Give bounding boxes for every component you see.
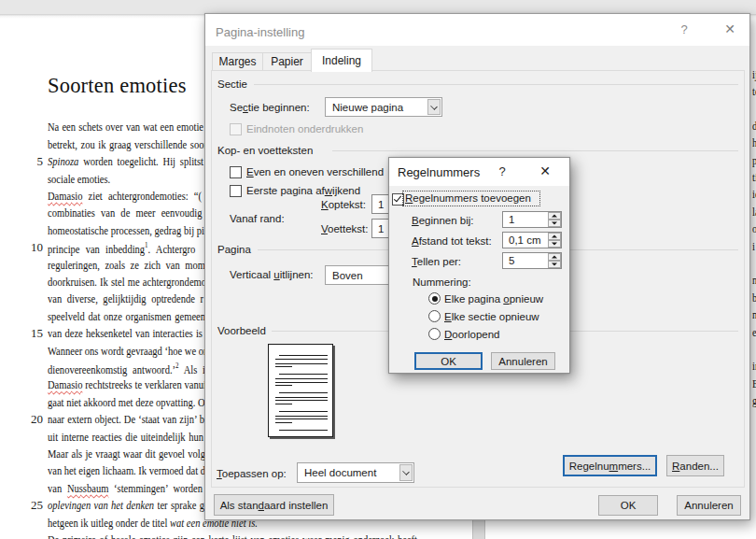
sliver-line: ti (752, 170, 756, 185)
combo-dropdown-button[interactable] (399, 464, 413, 481)
tab-indeling[interactable]: Indeling (311, 49, 372, 72)
sliver-line: la (752, 205, 756, 220)
sliver-line: in (752, 359, 756, 374)
document-line: De primaire of basale emoties zijn een k… (48, 532, 449, 539)
button-label: OK (599, 500, 657, 511)
toepassen-op-select[interactable]: Heel document (297, 462, 414, 483)
doorlopend-radio[interactable] (428, 328, 441, 340)
sectie-beginnen-select[interactable]: Nieuwe pagina (325, 97, 442, 117)
combo-dropdown-button[interactable] (427, 99, 441, 115)
line-text: van Nussbaum ‘stemmingen’ worden (48, 481, 203, 496)
annuleren-button[interactable]: Annuleren (491, 352, 555, 370)
preview-text-line (279, 411, 328, 412)
line-text: principe van inbedding1. Achtergro (48, 240, 195, 257)
line-text: oplevingen van het denken ter sprake g (48, 498, 204, 513)
spin-down-button[interactable] (548, 240, 561, 248)
ok-button[interactable]: OK (414, 352, 483, 370)
text-segment: Na een schets over van wat een emotie (48, 120, 203, 134)
button-label: Annuleren (492, 356, 554, 367)
eerste-pagina-checkbox[interactable] (230, 185, 242, 197)
verticaal-uitlijnen-label: Verticaal uitlijnen: (230, 269, 314, 280)
close-icon[interactable]: ✕ (714, 21, 746, 36)
page-setup-title: Pagina-instelling (216, 25, 304, 39)
document-line: sociale emoties. (48, 172, 128, 187)
voettekst-label: Voettekst: (321, 223, 369, 234)
text-segment: rechtstreeks te verklaren vanui (82, 377, 206, 391)
spin-up-button[interactable] (548, 212, 561, 220)
randen-button[interactable]: Randen... (666, 455, 724, 476)
even-oneven-label[interactable]: Even en oneven verschillend (246, 166, 384, 177)
preview-text-line (275, 416, 328, 417)
group-sectie-line (254, 84, 738, 85)
line-text: De primaire of basale emoties zijn een k… (48, 532, 417, 539)
annuleren-button[interactable]: Annuleren (677, 495, 741, 516)
button-label: Randen... (667, 461, 723, 472)
close-icon[interactable]: ✕ (531, 163, 559, 178)
nummering-label: Nummering: (413, 277, 471, 288)
tab-marges[interactable]: Marges (212, 52, 263, 71)
button-label: Annuleren (678, 500, 740, 511)
spin-value: 1 (509, 214, 514, 225)
line-text: speelveld dat onze organismen gemeen (48, 309, 205, 324)
line-text: Spinoza worden toegelicht. Hij splitst (48, 154, 203, 169)
eerste-pagina-label[interactable]: Eerste pagina afwijkend (246, 185, 360, 196)
line-text: Maar als je vraagt waar dit gevoel volg (48, 447, 205, 461)
doorlopend-label[interactable]: Doorlopend (444, 329, 499, 340)
preview-text-line (275, 366, 292, 367)
help-icon[interactable]: ? (670, 22, 698, 36)
preview-text-line (275, 385, 292, 386)
text-segment: worden toegelicht. Hij splitst (78, 154, 203, 168)
button-label: Regelnummers... (565, 461, 655, 472)
preview-text-line (275, 382, 328, 383)
group-kop-voet-line (332, 150, 738, 151)
text-segment: van deze heksenketel van interacties is (48, 326, 203, 340)
help-icon[interactable]: ? (492, 164, 512, 178)
text-segment: sociale emoties. (48, 172, 110, 186)
line-text: Damasio ziet achtergrondemoties: “( (48, 189, 202, 204)
even-oneven-checkbox[interactable] (230, 166, 242, 178)
elke-pagina-radio[interactable] (428, 292, 441, 305)
afstand-tot-tekst-input[interactable]: 0,1 cm (502, 232, 562, 248)
line-number: 10 (18, 240, 43, 255)
text-segment: uit interne reacties die uiteindelijk hu… (48, 430, 203, 444)
line-text: homeostatische processen, gedrag bij pi (48, 223, 204, 238)
regelnummers-button[interactable]: Regelnummers... (563, 455, 657, 476)
spin-down-button[interactable] (548, 220, 561, 227)
preview-text-line (275, 363, 328, 364)
ok-button[interactable]: OK (598, 495, 658, 516)
toepassen-op-label: Toepassen op: (217, 468, 287, 479)
line-text: uit interne reacties die uiteindelijk hu… (48, 430, 203, 445)
tellen-per-input[interactable]: 5 (502, 252, 562, 269)
spin-down-button[interactable] (548, 261, 561, 268)
elke-pagina-label[interactable]: Elke pagina opnieuw (444, 293, 543, 305)
sectie-beginnen-label: Sectie beginnen: (230, 102, 310, 113)
button-label: Als standaard instellen (215, 500, 333, 511)
beginnen-bij-input[interactable]: 1 (502, 211, 562, 228)
preview-text-line (275, 378, 328, 379)
line-numbers-title: Regelnummers (398, 165, 480, 179)
elke-sectie-label[interactable]: Elke sectie opnieuw (444, 311, 539, 322)
afstand-tot-tekst-label: Afstand tot tekst: (412, 235, 492, 247)
text-segment: dienovereenkomstig antwoord.’ (48, 362, 175, 376)
preview-text-line (275, 359, 328, 360)
sliver-line: de (752, 119, 756, 134)
spin-up-button[interactable] (548, 233, 561, 240)
text-segment: naar extern object. De ‘staat van zijn’ … (48, 412, 204, 426)
als-standaard-button[interactable]: Als standaard instellen (214, 494, 334, 516)
preview-text-line (275, 400, 328, 401)
sliver-line: ie (752, 187, 756, 202)
spin-up-button[interactable] (548, 253, 561, 261)
combo-value: Boven (332, 270, 363, 281)
text-segment: van het eigen lichaam. Ik vermoed dat d (48, 463, 205, 477)
tab-papier[interactable]: Papier (262, 52, 312, 71)
group-kop-voet: Kop- en voetteksten (217, 145, 313, 156)
text-segment: Als i (179, 362, 205, 376)
regelnummers-toevoegen-label[interactable]: Regelnummers toevoegen (405, 192, 531, 204)
elke-sectie-radio[interactable] (428, 310, 441, 322)
spin-value: 0,1 cm (509, 234, 541, 246)
text-segment: combinaties van de meer eenvoudig (48, 206, 203, 220)
preview-text-line (275, 404, 292, 404)
text-segment: Wanneer ons wordt gevraagd ‘hoe we on (48, 344, 208, 358)
eindnoten-checkbox (230, 123, 242, 135)
italic-segment: oplevingen van het denken (48, 498, 154, 512)
